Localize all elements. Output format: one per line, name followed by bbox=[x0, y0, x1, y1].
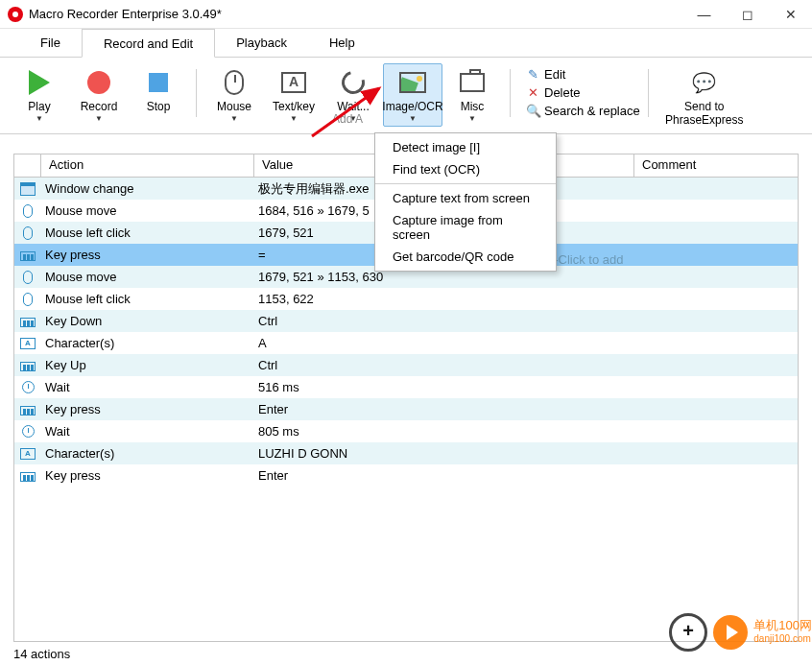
menu-help[interactable]: Help bbox=[308, 29, 376, 57]
menu-capture-image[interactable]: Capture image from screen bbox=[375, 209, 556, 246]
row-value: LUZHI D GONN bbox=[254, 446, 634, 461]
toolbar-separator bbox=[196, 69, 197, 117]
row-icon: A bbox=[14, 338, 41, 349]
row-icon bbox=[14, 381, 41, 393]
header-comment[interactable]: Comment bbox=[634, 154, 798, 177]
row-icon bbox=[14, 470, 41, 482]
row-action: Key press bbox=[41, 468, 254, 483]
menu-find-text-ocr[interactable]: Find text (OCR) bbox=[375, 158, 556, 180]
image-ocr-label: Image/OCR bbox=[382, 100, 442, 113]
row-icon bbox=[14, 271, 41, 284]
stop-button[interactable]: Stop bbox=[129, 63, 188, 117]
play-button[interactable]: Play ▼ bbox=[10, 63, 69, 127]
edit-label: Edit bbox=[544, 67, 565, 82]
row-icon bbox=[14, 182, 41, 196]
row-value: Ctrl bbox=[254, 314, 634, 328]
row-action: Key press bbox=[41, 248, 254, 262]
row-action: Window change bbox=[41, 181, 254, 196]
table-row[interactable]: Key pressEnter bbox=[14, 398, 798, 420]
menu-get-barcode[interactable]: Get barcode/QR code bbox=[375, 246, 556, 268]
record-button[interactable]: Record ▼ bbox=[69, 63, 129, 127]
delete-label: Delete bbox=[544, 85, 581, 100]
row-action: Wait bbox=[41, 424, 254, 439]
row-action: Key press bbox=[41, 402, 254, 416]
watermark-text: 单机100网 danji100.com bbox=[753, 619, 812, 646]
row-value: Enter bbox=[254, 402, 634, 416]
menu-separator bbox=[375, 183, 556, 184]
menu-capture-text[interactable]: Capture text from screen bbox=[375, 187, 556, 209]
row-value: 805 ms bbox=[254, 424, 634, 439]
misc-icon bbox=[457, 67, 488, 98]
wait-label: Wait... bbox=[337, 100, 370, 113]
row-icon: A bbox=[14, 448, 41, 460]
menu-detect-image[interactable]: Detect image [I] bbox=[375, 136, 556, 158]
menu-playback[interactable]: Playback bbox=[215, 29, 308, 57]
watermark: 单机100网 danji100.com bbox=[669, 613, 812, 652]
row-icon bbox=[14, 404, 41, 416]
row-action: Mouse move bbox=[41, 270, 254, 284]
row-value: A bbox=[254, 336, 634, 350]
toolbar: Play ▼ Record ▼ Stop Mouse ▼ Text/key ▼ … bbox=[0, 58, 812, 134]
watermark-icon bbox=[669, 613, 707, 652]
mouse-button[interactable]: Mouse ▼ bbox=[204, 63, 264, 127]
send-icon: 💬 bbox=[689, 67, 720, 98]
table-row[interactable]: Key DownCtrl bbox=[14, 310, 798, 332]
stop-label: Stop bbox=[147, 100, 171, 113]
image-ocr-icon bbox=[397, 67, 428, 98]
maximize-button[interactable]: ◻ bbox=[726, 0, 769, 29]
table-row[interactable]: ACharacter(s)LUZHI D GONN bbox=[14, 442, 798, 464]
row-action: Key Down bbox=[41, 314, 254, 328]
sendto-label-1: Send to bbox=[684, 100, 724, 113]
row-action: Key Up bbox=[41, 358, 254, 372]
delete-icon: ✕ bbox=[526, 85, 539, 100]
row-icon bbox=[14, 316, 41, 327]
search-replace-label: Search & replace bbox=[544, 104, 640, 118]
textkey-icon bbox=[278, 67, 309, 98]
toolbar-group-caption: Add A bbox=[332, 112, 363, 126]
row-icon bbox=[14, 226, 41, 240]
edit-link[interactable]: ✎Edit bbox=[526, 67, 640, 82]
send-to-phraseexpress-button[interactable]: 💬 Send to PhraseExpress bbox=[657, 63, 752, 131]
sendto-label-2: PhraseExpress bbox=[665, 113, 743, 127]
menubar: File Record and Edit Playback Help bbox=[0, 29, 812, 58]
misc-label: Misc bbox=[461, 100, 485, 113]
table-row[interactable]: Key pressEnter bbox=[14, 464, 798, 487]
row-value: 1153, 622 bbox=[254, 292, 634, 306]
row-icon bbox=[14, 293, 41, 306]
textkey-button[interactable]: Text/key ▼ bbox=[264, 63, 323, 127]
minimize-button[interactable]: — bbox=[682, 0, 726, 29]
row-action: Character(s) bbox=[41, 446, 254, 461]
search-replace-link[interactable]: 🔍Search & replace bbox=[526, 104, 640, 118]
table-row[interactable]: Mouse left click1153, 622 bbox=[14, 288, 798, 310]
header-icon-col[interactable] bbox=[14, 154, 41, 177]
row-action: Wait bbox=[41, 380, 254, 394]
menu-record-edit[interactable]: Record and Edit bbox=[82, 29, 215, 58]
play-label: Play bbox=[28, 100, 50, 113]
row-icon bbox=[14, 249, 41, 261]
menu-file[interactable]: File bbox=[19, 29, 82, 57]
pencil-icon: ✎ bbox=[526, 67, 539, 82]
stop-icon bbox=[143, 67, 174, 98]
table-row[interactable]: Key UpCtrl bbox=[14, 354, 798, 376]
toolbar-separator bbox=[510, 69, 511, 117]
search-icon: 🔍 bbox=[526, 104, 539, 118]
row-value: Enter bbox=[254, 468, 634, 483]
app-logo-icon bbox=[8, 7, 23, 22]
row-icon bbox=[14, 204, 41, 218]
close-button[interactable]: ✕ bbox=[769, 0, 812, 29]
image-ocr-button[interactable]: Image/OCR ▼ bbox=[383, 63, 442, 127]
row-action: Mouse move bbox=[41, 203, 254, 218]
toolbar-separator bbox=[648, 69, 649, 117]
status-text: 14 actions bbox=[13, 647, 70, 661]
row-value: 1679, 521 » 1153, 630 bbox=[254, 270, 634, 284]
mouse-icon bbox=[219, 67, 250, 98]
row-action: Character(s) bbox=[41, 336, 254, 350]
misc-button[interactable]: Misc ▼ bbox=[442, 63, 502, 127]
image-ocr-dropdown: Detect image [I] Find text (OCR) Capture… bbox=[374, 132, 557, 272]
header-action[interactable]: Action bbox=[41, 154, 254, 177]
record-label: Record bbox=[81, 100, 118, 113]
delete-link[interactable]: ✕Delete bbox=[526, 85, 640, 100]
table-row[interactable]: Wait516 ms bbox=[14, 376, 798, 398]
table-row[interactable]: Wait805 ms bbox=[14, 420, 798, 442]
table-row[interactable]: ACharacter(s)A bbox=[14, 332, 798, 354]
